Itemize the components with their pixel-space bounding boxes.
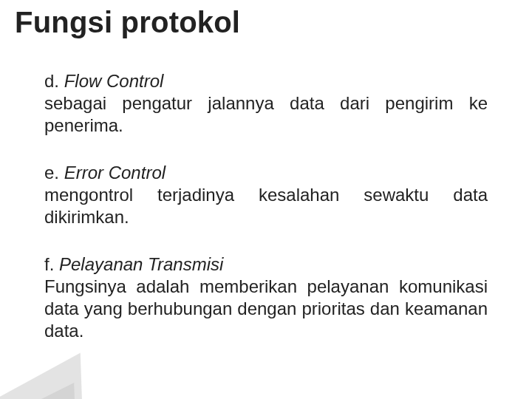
section-marker: d. [44, 71, 64, 91]
section-text: mengontrol terjadinya kesalahan sewaktu … [44, 184, 488, 228]
slide: Fungsi protokol d. Flow Control sebagai … [0, 0, 532, 399]
slide-body: d. Flow Control sebagai pengatur jalanny… [44, 70, 488, 367]
section-error-control: e. Error Control mengontrol terjadinya k… [44, 162, 488, 228]
corner-accent-icon [0, 353, 82, 399]
section-name: Flow Control [64, 71, 164, 91]
section-text: Fungsinya adalah memberikan pelayanan ko… [44, 276, 488, 342]
section-text: sebagai pengatur jalannya data dari peng… [44, 92, 488, 137]
section-name: Error Control [64, 163, 166, 183]
slide-title: Fungsi protokol [15, 6, 240, 39]
section-flow-control: d. Flow Control sebagai pengatur jalanny… [44, 70, 488, 137]
section-pelayanan-transmisi: f. Pelayanan Transmisi Fungsinya adalah … [44, 253, 488, 342]
section-name: Pelayanan Transmisi [59, 254, 223, 274]
section-heading: e. Error Control [44, 162, 488, 184]
section-heading: d. Flow Control [44, 70, 488, 92]
section-heading: f. Pelayanan Transmisi [44, 253, 488, 276]
section-marker: e. [44, 163, 64, 183]
section-marker: f. [44, 254, 59, 274]
